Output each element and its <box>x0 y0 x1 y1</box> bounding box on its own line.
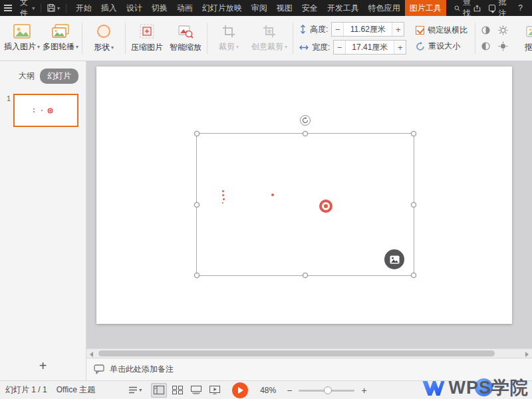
statusbar-menu-button[interactable]: ▾ <box>128 386 142 394</box>
editing-canvas[interactable] <box>86 61 532 348</box>
tab-view[interactable]: 视图 <box>272 0 297 16</box>
compress-picture-button[interactable]: 压缩图片 <box>128 18 166 59</box>
play-icon <box>238 387 243 394</box>
horizontal-scrollbar[interactable] <box>86 348 532 358</box>
multi-picture-carousel-icon <box>52 24 69 39</box>
tab-slides[interactable]: 幻灯片 <box>40 68 78 84</box>
wps-academy-watermark: WPS学院 <box>422 376 529 399</box>
view-switcher <box>151 383 223 398</box>
resize-handle-bottom-right[interactable] <box>411 273 416 278</box>
horizontal-scrollbar-thumb[interactable] <box>98 350 495 356</box>
zoom-slider-knob[interactable] <box>324 386 332 394</box>
rotate-handle[interactable] <box>300 115 311 126</box>
thumb-red-dot <box>33 108 35 110</box>
zoom-value[interactable]: 48% <box>260 386 276 395</box>
reading-view-icon <box>191 386 201 394</box>
share-icon[interactable] <box>473 4 481 13</box>
height-value[interactable]: 11.62厘米 <box>344 24 392 35</box>
resize-handle-right[interactable] <box>411 202 416 207</box>
notes-icon <box>94 364 104 374</box>
insert-picture-button[interactable]: 插入图片▾ <box>3 18 41 59</box>
height-decrease-button[interactable]: − <box>332 23 344 36</box>
tab-special-apps[interactable]: 特色应用 <box>364 0 405 16</box>
height-stepper: − 11.62厘米 + <box>331 22 404 37</box>
save-icon <box>47 4 55 12</box>
tab-animation[interactable]: 动画 <box>172 0 198 16</box>
cutout-background-button[interactable]: 抠除 <box>514 18 532 59</box>
zoom-slider[interactable] <box>299 386 354 395</box>
normal-view-button[interactable] <box>151 383 167 398</box>
search-icon <box>454 4 460 13</box>
brightness-up-icon[interactable] <box>498 25 508 35</box>
slideshow-view-button[interactable] <box>207 383 223 398</box>
width-label: 宽度: <box>312 42 330 53</box>
chevron-down-icon: ▾ <box>236 44 239 50</box>
resize-handle-top-left[interactable] <box>194 131 200 136</box>
tab-picture-tools[interactable]: 图片工具 <box>405 0 446 16</box>
brightness-down-icon[interactable] <box>498 41 508 51</box>
theme-name[interactable]: Office 主题 <box>57 384 95 396</box>
change-picture-button[interactable] <box>384 249 404 269</box>
panel-tabs: 大纲 幻灯片 <box>0 61 86 90</box>
contrast-up-icon[interactable] <box>481 25 491 35</box>
resize-handle-top-right[interactable] <box>411 131 416 136</box>
width-value[interactable]: 17.41厘米 <box>346 42 394 53</box>
wps-presentation-window: 文件 ▾ ▾ 开始 插入 设计 切换 动画 幻灯片放映 审阅 视图 安全 开发工… <box>0 0 532 399</box>
zoom-in-button[interactable]: + <box>361 385 366 396</box>
height-row: 高度: − 11.62厘米 + <box>299 22 406 37</box>
tab-insert[interactable]: 插入 <box>96 0 122 16</box>
resize-handle-left[interactable] <box>194 202 200 207</box>
comment-icon <box>489 5 495 11</box>
help-button[interactable]: ? <box>518 3 523 13</box>
multi-picture-carousel-button[interactable]: 多图轮播▾ <box>41 18 80 59</box>
zoom-out-button[interactable]: − <box>287 385 292 396</box>
tab-security[interactable]: 安全 <box>297 0 323 16</box>
tab-review[interactable]: 审阅 <box>247 0 272 16</box>
chevron-down-icon: ▾ <box>76 44 78 50</box>
smart-zoom-button[interactable]: 智能缩放 <box>166 18 205 59</box>
lock-aspect-ratio-checkbox[interactable]: 锁定纵横比 <box>416 25 467 36</box>
resize-handle-bottom-left[interactable] <box>194 273 200 278</box>
chevron-down-icon: ▾ <box>285 44 287 50</box>
resize-handle-top[interactable] <box>303 131 308 136</box>
picture-selection-box[interactable] <box>196 133 414 276</box>
slide-thumbnail[interactable] <box>13 94 78 127</box>
add-slide-button[interactable]: + <box>39 359 47 372</box>
cutout-label: 抠除 <box>525 42 532 53</box>
slide[interactable] <box>96 66 512 324</box>
height-increase-button[interactable]: + <box>392 23 404 36</box>
save-button[interactable]: ▾ <box>43 0 64 16</box>
file-menu-button[interactable]: 文件 ▾ <box>16 0 39 16</box>
play-slideshow-button[interactable] <box>232 382 248 398</box>
tab-design[interactable]: 设计 <box>122 0 147 16</box>
tab-home[interactable]: 开始 <box>71 0 96 16</box>
reading-view-button[interactable] <box>188 383 204 398</box>
picture-icon <box>390 255 400 264</box>
checkbox-checked-icon <box>416 26 424 35</box>
creative-crop-button: 创意裁剪▾ <box>248 18 291 59</box>
list-menu-icon <box>128 386 138 394</box>
width-row: 宽度: − 17.41厘米 + <box>299 40 406 55</box>
main-menu-button[interactable] <box>0 0 16 16</box>
ribbon-tabs: 开始 插入 设计 切换 动画 幻灯片放映 审阅 视图 安全 开发工具 特色应用 … <box>71 0 446 16</box>
slide-sorter-view-button[interactable] <box>170 383 186 398</box>
thumb-red-ring <box>49 109 52 112</box>
tab-transition[interactable]: 切换 <box>147 0 172 16</box>
width-stepper: − 17.41厘米 + <box>333 40 406 55</box>
toolbar-separator <box>125 23 126 54</box>
resize-handle-bottom[interactable] <box>303 273 308 278</box>
width-decrease-button[interactable]: − <box>334 41 346 54</box>
contrast-down-icon[interactable] <box>481 41 491 51</box>
tab-outline[interactable]: 大纲 <box>19 70 35 82</box>
notes-placeholder[interactable]: 单击此处添加备注 <box>110 364 174 375</box>
shapes-button[interactable]: 形状▾ <box>84 18 123 59</box>
width-increase-button[interactable]: + <box>394 41 406 54</box>
height-label: 高度: <box>310 24 328 35</box>
reset-size-button[interactable]: 重设大小 <box>416 41 467 52</box>
tab-slideshow[interactable]: 幻灯片放映 <box>198 0 247 16</box>
reset-size-icon <box>416 42 425 51</box>
tab-developer[interactable]: 开发工具 <box>323 0 364 16</box>
scroll-left-arrow-icon[interactable] <box>90 352 93 357</box>
aspect-group: 锁定纵横比 重设大小 <box>410 18 473 59</box>
scroll-right-arrow-icon[interactable] <box>525 352 529 357</box>
